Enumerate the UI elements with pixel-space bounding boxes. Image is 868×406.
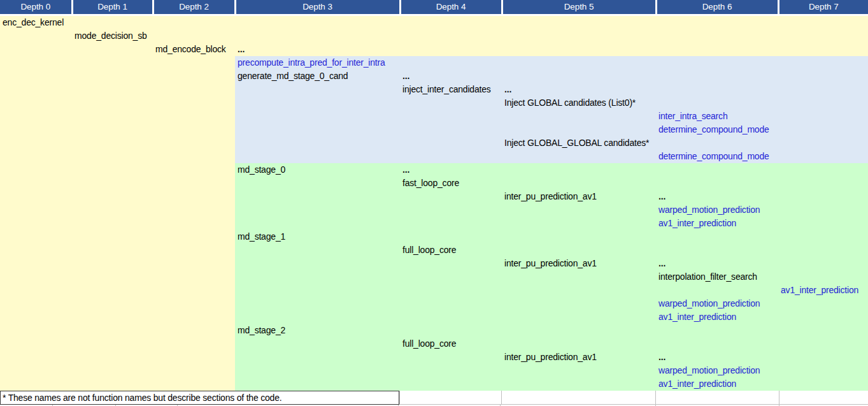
grid-cell: av1_inter_prediction	[656, 217, 778, 230]
cell-inject-global_global-candidates-: Inject GLOBAL_GLOBAL candidates*	[502, 138, 649, 148]
grid-cell	[0, 284, 72, 297]
grid-cell	[235, 364, 400, 377]
grid-cell	[656, 324, 778, 337]
grid-cell	[0, 351, 72, 364]
grid-cell	[72, 297, 153, 310]
link-av1_inter_prediction[interactable]: av1_inter_prediction	[656, 312, 736, 322]
grid-cell	[778, 297, 868, 310]
link-av1_inter_prediction[interactable]: av1_inter_prediction	[778, 285, 858, 295]
grid-cell	[0, 217, 72, 230]
collapsed-ellipsis: ...	[502, 84, 511, 94]
grid-cell	[72, 69, 153, 83]
grid-cell: ...	[656, 257, 778, 270]
column-header-depth-0[interactable]: Depth 0	[0, 0, 71, 14]
link-determine_compound_mode[interactable]: determine_compound_mode	[656, 151, 769, 161]
grid-cell	[72, 136, 153, 150]
grid-cell	[502, 217, 656, 230]
grid-cell	[502, 337, 656, 351]
link-av1_inter_prediction[interactable]: av1_inter_prediction	[656, 379, 736, 389]
grid-cell: av1_inter_prediction	[778, 284, 868, 297]
cell-interpolation_filter_search: interpolation_filter_search	[656, 272, 757, 282]
collapsed-ellipsis: ...	[656, 258, 665, 268]
grid-cell: determine_compound_mode	[656, 150, 778, 163]
grid-cell	[656, 163, 778, 177]
grid-cell	[72, 83, 153, 96]
sheet-row: inter_pu_prediction_av1...	[0, 190, 868, 203]
grid-cell	[235, 29, 400, 43]
grid-cell	[502, 16, 656, 29]
header-column: Depth 3	[235, 0, 400, 14]
column-header-depth-6[interactable]: Depth 6	[657, 0, 778, 14]
grid-cell	[0, 29, 72, 43]
empty-cell	[399, 391, 501, 405]
column-header-depth-7[interactable]: Depth 7	[779, 0, 868, 14]
grid-cell	[0, 69, 72, 83]
link-determine_compound_mode[interactable]: determine_compound_mode	[656, 124, 769, 134]
grid-cell	[235, 110, 400, 123]
sheet-row: av1_inter_prediction	[0, 217, 868, 230]
grid-cell	[778, 270, 868, 284]
grid-cell	[400, 257, 502, 270]
column-header-depth-5[interactable]: Depth 5	[503, 0, 655, 14]
grid-cell: av1_inter_prediction	[656, 377, 778, 391]
link-warped_motion_prediction[interactable]: warped_motion_prediction	[656, 298, 760, 308]
grid-cell	[656, 56, 778, 69]
empty-cell	[779, 391, 868, 405]
grid-cell	[153, 270, 235, 284]
grid-cell	[0, 324, 72, 337]
grid-cell	[0, 177, 72, 190]
grid-cell	[153, 297, 235, 310]
grid-cell	[778, 123, 868, 136]
grid-cell: ...	[400, 69, 502, 83]
grid-cell	[400, 96, 502, 110]
grid-cell: inter_pu_prediction_av1	[502, 351, 656, 364]
grid-cell	[153, 96, 235, 110]
grid-cell	[656, 96, 778, 110]
grid-cell: av1_inter_prediction	[656, 310, 778, 324]
column-header-depth-3[interactable]: Depth 3	[236, 0, 399, 14]
grid-cell	[778, 136, 868, 150]
column-header-depth-4[interactable]: Depth 4	[401, 0, 501, 14]
grid-cell	[778, 96, 868, 110]
grid-cell	[153, 257, 235, 270]
grid-cell	[235, 96, 400, 110]
sheet-row: md_stage_1	[0, 230, 868, 243]
grid-cell	[153, 150, 235, 163]
grid-cell	[400, 123, 502, 136]
grid-cell: warped_motion_prediction	[656, 203, 778, 217]
collapsed-ellipsis: ...	[400, 71, 409, 81]
column-header-depth-1[interactable]: Depth 1	[73, 0, 152, 14]
grid-cell	[153, 217, 235, 230]
grid-cell	[0, 43, 72, 56]
grid-cell	[235, 297, 400, 310]
link-av1_inter_prediction[interactable]: av1_inter_prediction	[656, 218, 736, 228]
grid-cell	[72, 310, 153, 324]
grid-cell	[235, 190, 400, 203]
link-precompute_intra_pred_for_inter_intra[interactable]: precompute_intra_pred_for_inter_intra	[235, 57, 385, 68]
grid-cell: interpolation_filter_search	[656, 270, 778, 284]
link-inter_intra_search[interactable]: inter_intra_search	[656, 111, 727, 121]
grid-cell	[400, 150, 502, 163]
grid-cell	[72, 96, 153, 110]
grid-cell	[400, 29, 502, 43]
cell-md_stage_1: md_stage_1	[235, 231, 285, 242]
grid-cell	[400, 270, 502, 284]
collapsed-ellipsis: ...	[400, 164, 409, 175]
grid-cell: Inject GLOBAL candidates (List0)*	[502, 96, 656, 110]
grid-cell	[0, 123, 72, 136]
grid-cell	[235, 351, 400, 364]
header-column: Depth 2	[153, 0, 235, 14]
grid-cell	[235, 83, 400, 96]
cell-inter_pu_prediction_av1: inter_pu_prediction_av1	[502, 191, 597, 201]
grid-cell	[153, 110, 235, 123]
grid-cell	[72, 163, 153, 177]
grid-cell	[400, 217, 502, 230]
grid-cell	[235, 270, 400, 284]
grid-cell	[153, 136, 235, 150]
grid-cell: inter_pu_prediction_av1	[502, 190, 656, 203]
grid-cell	[400, 43, 502, 56]
link-warped_motion_prediction[interactable]: warped_motion_prediction	[656, 365, 760, 375]
column-header-depth-2[interactable]: Depth 2	[154, 0, 234, 14]
link-warped_motion_prediction[interactable]: warped_motion_prediction	[656, 205, 760, 215]
grid-cell	[72, 377, 153, 391]
